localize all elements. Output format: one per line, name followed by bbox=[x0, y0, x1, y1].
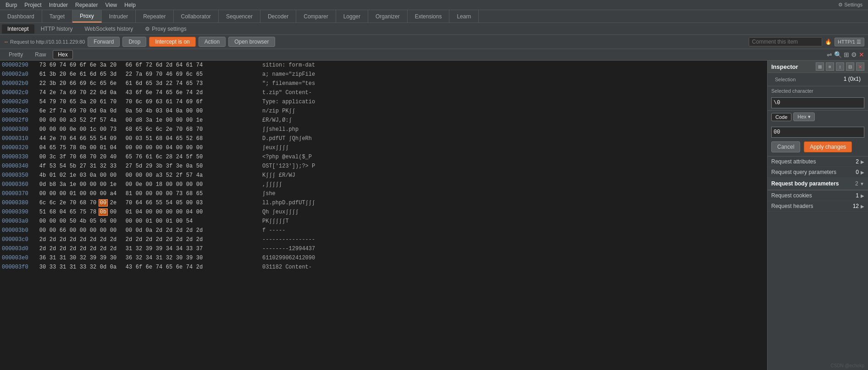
hex-byte[interactable]: 78 bbox=[89, 209, 97, 215]
hex-byte[interactable]: 6f bbox=[135, 90, 143, 96]
hex-byte[interactable]: 22 bbox=[39, 80, 47, 87]
hex-byte[interactable]: 01 bbox=[49, 172, 57, 179]
hex-byte[interactable]: 01 bbox=[99, 145, 107, 151]
hex-byte[interactable]: 6c bbox=[185, 71, 194, 78]
code-value-input[interactable] bbox=[771, 127, 864, 138]
hex-byte[interactable]: 00 bbox=[135, 218, 143, 224]
hex-byte[interactable]: 20 bbox=[109, 62, 117, 68]
hex-byte[interactable]: 70 bbox=[125, 99, 133, 105]
hex-byte[interactable]: 04 bbox=[39, 145, 47, 151]
hex-byte[interactable]: 00 bbox=[109, 172, 117, 179]
forward-button[interactable]: Forward bbox=[88, 37, 120, 47]
hex-byte[interactable]: 3d bbox=[109, 71, 117, 78]
hex-byte[interactable]: 00 bbox=[99, 181, 107, 188]
hex-byte[interactable]: 75 bbox=[79, 209, 87, 215]
hex-byte[interactable]: 4b bbox=[145, 108, 153, 114]
hex-byte[interactable]: 74 bbox=[155, 264, 163, 270]
hex-byte[interactable]: 0d bbox=[39, 181, 47, 188]
tab-collaborator[interactable]: Collaborator bbox=[174, 10, 219, 22]
hex-byte[interactable]: 3b bbox=[155, 163, 163, 169]
hex-byte[interactable]: 00 bbox=[195, 145, 204, 151]
hex-byte[interactable]: 2d bbox=[135, 236, 143, 243]
hex-byte[interactable]: 70 bbox=[109, 99, 117, 105]
hex-byte[interactable]: 2d bbox=[175, 236, 183, 243]
hex-byte[interactable]: 68 bbox=[49, 209, 57, 215]
hex-byte[interactable]: 00 bbox=[185, 108, 194, 114]
hex-byte[interactable]: 74 bbox=[195, 62, 204, 68]
hex-byte[interactable]: 3b bbox=[49, 71, 57, 78]
hex-byte[interactable]: 6e bbox=[175, 264, 183, 270]
hex-byte[interactable]: 0a bbox=[89, 172, 97, 179]
hex-byte[interactable]: 0a bbox=[185, 163, 194, 169]
menu-intruder[interactable]: Intruder bbox=[45, 1, 72, 9]
hex-byte[interactable]: 33 bbox=[109, 163, 117, 169]
hex-byte[interactable]: 03 bbox=[155, 108, 163, 114]
hex-byte[interactable]: 00 bbox=[99, 200, 107, 206]
hex-byte[interactable]: 61 bbox=[165, 99, 173, 105]
hex-byte[interactable]: 6c bbox=[49, 200, 57, 206]
hex-byte[interactable]: 65 bbox=[195, 191, 204, 197]
hex-byte[interactable]: 70 bbox=[79, 108, 87, 114]
hex-byte[interactable]: 65 bbox=[145, 80, 153, 87]
hex-byte[interactable]: 0d bbox=[99, 90, 107, 96]
intercept-button[interactable]: Intercept is on bbox=[149, 37, 195, 47]
hex-byte[interactable]: 72 bbox=[145, 62, 153, 68]
tab-hex[interactable]: Hex bbox=[53, 50, 72, 59]
hex-byte[interactable]: 0d bbox=[89, 108, 97, 114]
hex-byte[interactable]: 39 bbox=[99, 255, 107, 261]
drop-button[interactable]: Drop bbox=[122, 37, 146, 47]
hex-byte[interactable]: 01 bbox=[69, 191, 77, 197]
hex-byte[interactable]: 36 bbox=[39, 255, 47, 261]
hex-byte[interactable]: 3b bbox=[49, 80, 57, 87]
hex-byte[interactable]: 33 bbox=[185, 246, 194, 252]
hex-byte[interactable]: 31 bbox=[69, 264, 77, 270]
hex-byte[interactable]: 6d bbox=[135, 80, 143, 87]
tab-decoder[interactable]: Decoder bbox=[260, 10, 296, 22]
hex-byte[interactable]: 37 bbox=[195, 246, 204, 252]
hex-byte[interactable]: 55 bbox=[89, 135, 97, 142]
hex-byte[interactable]: 00 bbox=[155, 218, 163, 224]
hex-byte[interactable]: 00 bbox=[39, 218, 47, 224]
hex-byte[interactable]: d8 bbox=[135, 117, 143, 123]
hex-byte[interactable]: 6c bbox=[145, 126, 153, 133]
hex-byte[interactable]: 73 bbox=[175, 191, 183, 197]
hex-byte[interactable]: 00 bbox=[39, 227, 47, 234]
hex-byte[interactable]: 00 bbox=[125, 181, 133, 188]
hex-byte[interactable]: 00 bbox=[79, 181, 87, 188]
hex-byte[interactable]: 20 bbox=[59, 80, 67, 87]
hex-byte[interactable]: 00 bbox=[89, 191, 97, 197]
hex-byte[interactable]: 69 bbox=[145, 71, 153, 78]
hex-byte[interactable]: 0b bbox=[79, 145, 87, 151]
hex-byte[interactable]: 00 bbox=[125, 227, 133, 234]
hex-byte[interactable]: 2d bbox=[99, 236, 107, 243]
hex-byte[interactable]: 01 bbox=[165, 218, 173, 224]
hex-byte[interactable]: 54 bbox=[39, 99, 47, 105]
hex-byte[interactable]: 65 bbox=[99, 80, 107, 87]
menu-project[interactable]: Project bbox=[21, 1, 45, 9]
hex-byte[interactable]: 31 bbox=[155, 255, 163, 261]
hex-byte[interactable]: 00 bbox=[175, 145, 183, 151]
hex-byte[interactable]: 00 bbox=[79, 126, 87, 133]
hex-byte[interactable]: 00 bbox=[185, 145, 194, 151]
subtab-intercept[interactable]: Intercept bbox=[2, 24, 34, 34]
hex-byte[interactable]: 70 bbox=[175, 126, 183, 133]
hex-byte[interactable]: 6c bbox=[39, 200, 47, 206]
hex-byte[interactable]: 61 bbox=[79, 71, 87, 78]
hex-byte[interactable]: 24 bbox=[175, 154, 183, 160]
hex-byte[interactable]: 69 bbox=[69, 108, 77, 114]
hex-byte[interactable]: 4a bbox=[195, 172, 204, 179]
hex-byte[interactable]: 00 bbox=[99, 172, 107, 179]
hex-byte[interactable]: 00 bbox=[175, 218, 183, 224]
hex-byte[interactable]: 6d bbox=[155, 62, 163, 68]
hex-byte[interactable]: 7a bbox=[135, 71, 143, 78]
hex-byte[interactable]: 0b bbox=[99, 209, 107, 215]
hex-byte[interactable]: 2e bbox=[49, 90, 57, 96]
hex-byte[interactable]: 64 bbox=[135, 200, 143, 206]
hex-byte[interactable]: 70 bbox=[125, 200, 133, 206]
hex-byte[interactable]: 00 bbox=[195, 108, 204, 114]
hex-byte[interactable]: 00 bbox=[145, 191, 153, 197]
hex-byte[interactable]: 78 bbox=[69, 145, 77, 151]
hex-byte[interactable]: 50 bbox=[135, 108, 143, 114]
hex-byte[interactable]: 2d bbox=[79, 236, 87, 243]
hex-byte[interactable]: 4b bbox=[79, 218, 87, 224]
